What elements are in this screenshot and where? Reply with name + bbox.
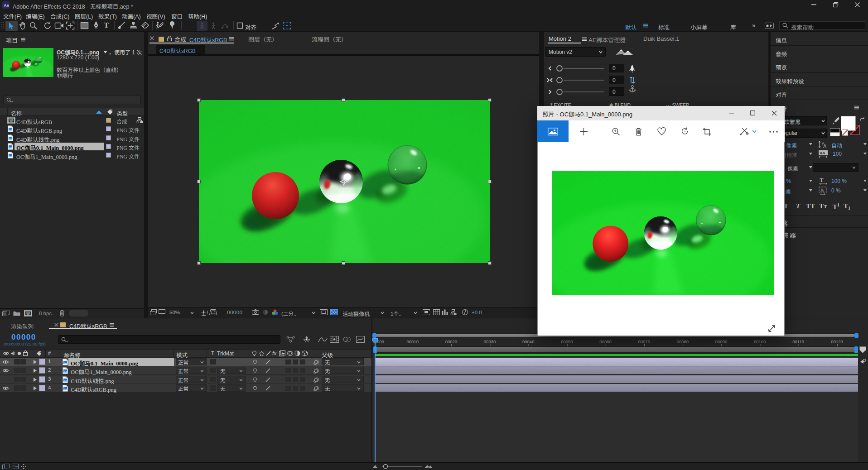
svg-text:あ: あ — [820, 187, 825, 193]
svg-text:VA: VA — [820, 150, 825, 155]
svg-text:T: T — [820, 177, 824, 183]
svg-text:A: A — [823, 144, 827, 149]
